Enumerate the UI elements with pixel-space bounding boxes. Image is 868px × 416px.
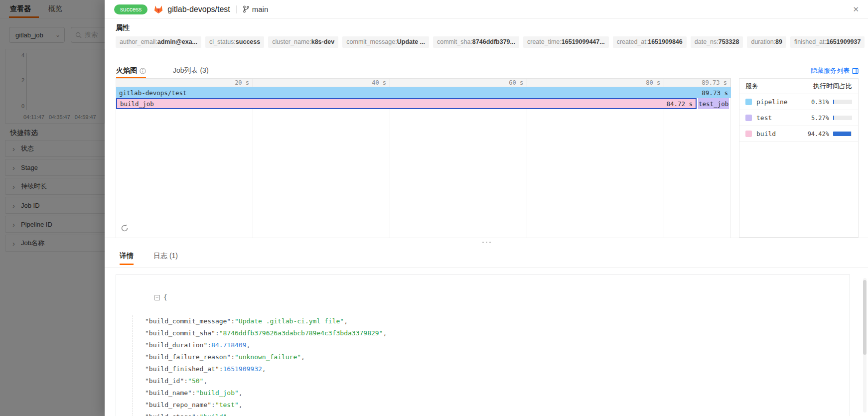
tag-key: duration: [751,38,775,45]
grid-column [527,87,664,238]
git-branch-icon [243,5,250,13]
service-ratio-group: 0.31% [811,99,852,106]
service-name: test [756,114,772,122]
trace-title: gitlab-devops/test [167,5,230,14]
json-colon: : [215,329,219,337]
tag-key: finished_at: [794,38,826,45]
json-key: "build_repo_name" [145,401,211,409]
grid-column [253,87,390,238]
service-rows: pipeline0.31%test5.27%build94.42% [739,94,858,142]
attributes-title: 属性 [116,23,130,32]
json-value: "unknown_failure" [235,353,301,361]
service-color-swatch [745,131,752,137]
tag-key: created_at: [617,38,648,45]
json-colon: : [231,317,235,325]
service-row[interactable]: test5.27% [739,110,858,126]
ratio-col-header: 执行时间占比 [813,82,852,91]
collapse-panel-icon [852,68,859,74]
json-value: "build" [200,413,227,416]
service-list-header: 服务 执行时间占比 [739,79,858,94]
span-root-duration: 89.73 s [698,89,728,97]
json-key: "build_finished_at" [145,365,219,373]
service-ratio-group: 5.27% [811,115,852,122]
attribute-tag: ci_status:success [205,36,264,48]
json-line: "build_id":"50", [145,375,843,387]
json-colon: : [219,365,223,373]
json-line: "build_duration":84.718409, [145,339,843,351]
span-root[interactable]: gitlab-devops/test 89.73 s [116,87,731,98]
trace-viewer-page: 查看器 概览 gitlab_job ⌄ 搜索 4 2 0 04:11:47 04… [0,0,868,416]
grid-column [390,87,527,238]
json-value: 1651909932 [223,365,262,373]
attribute-tag-row: author_email:admin@exa...ci_status:succe… [116,36,859,48]
flame-graph: 20 s40 s60 s80 s89.73 s gitlab-devops/te… [116,78,731,238]
scrollbar[interactable] [863,278,867,413]
json-key: "build_failure_reason" [145,353,231,361]
attribute-tag: commit_sha:8746ddfb379... [433,36,519,48]
json-value: "Update .gitlab-ci.yml file" [235,317,344,325]
tag-value: 16519099447... [562,38,605,45]
scrollbar-thumb[interactable] [863,280,867,355]
grid-column [664,87,731,238]
service-row[interactable]: pipeline0.31% [739,94,858,110]
trace-detail-drawer: success gitlab-devops/test main ✕ 属性 [105,0,868,416]
splitter-handle[interactable] [479,240,493,244]
tag-value: 1651909846 [648,38,683,45]
service-ratio: 94.42% [808,131,829,138]
tab-logs[interactable]: 日志 (1) [153,245,178,268]
tab-detail[interactable]: 详情 [120,245,134,268]
tag-value: Update ... [397,38,425,45]
axis-tick: 20 s [116,79,253,87]
json-colon: : [207,341,211,349]
json-key: "build_name" [145,389,192,397]
json-value: "build_job" [196,389,239,397]
flame-time-axis: 20 s40 s60 s80 s89.73 s [116,78,731,87]
json-line: "build_commit_sha":"8746ddfb379626a3dabc… [145,327,843,339]
tag-value: k8s-dev [311,38,335,45]
tag-value: 8746ddfb379... [472,38,515,45]
span-build_job[interactable]: build_job84.72 s [116,98,697,109]
tab-job-list[interactable]: Job列表 (3) [173,63,209,78]
tag-value: 1651909937 [826,38,861,45]
tag-key: create_time: [527,38,562,45]
tab-flame-graph[interactable]: 火焰图 [116,63,146,78]
service-ratio-group: 94.42% [808,131,852,138]
close-icon[interactable]: ✕ [853,5,859,13]
service-col-header: 服务 [745,82,758,91]
service-row[interactable]: build94.42% [739,126,858,142]
collapse-node-icon[interactable]: − [154,295,160,300]
json-comma: , [344,317,348,325]
attribute-tag: date_ns:753328 [691,36,743,48]
view-tabs: 火焰图 Job列表 (3) 隐藏服务列表 [116,63,859,78]
tag-key: commit_message: [346,38,397,45]
service-list-panel: 服务 执行时间占比 pipeline0.31%test5.27%build94.… [739,78,859,238]
hide-services-link[interactable]: 隐藏服务列表 [811,66,859,75]
json-colon: : [184,377,188,385]
json-colon: : [231,353,235,361]
tab-flame-graph-label: 火焰图 [116,66,137,75]
branch-label: main [243,5,269,13]
json-value: "8746ddfb379626a3dabcb789e4c3f3bda337982… [219,329,383,337]
json-colon: : [211,401,215,409]
json-key: "build_commit_sha" [145,329,215,337]
attribute-tag: commit_message:Update ... [342,36,429,48]
status-badge: success [114,4,147,14]
json-line: "build_repo_name":"test", [145,399,843,411]
grid-column [116,87,253,238]
json-value: "50" [188,377,203,385]
span-test_job[interactable]: test_job [698,98,729,109]
refresh-icon[interactable] [120,224,129,233]
ratio-bar-track [833,132,852,136]
ratio-bar-fill [833,116,834,120]
json-comma: , [239,389,243,397]
json-value: "test" [215,401,239,409]
attribute-tag: cluster_name:k8s-dev [268,36,338,48]
modal-dim-overlay[interactable] [0,0,105,416]
attribute-tag: create_time:16519099447... [523,36,609,48]
divider [236,5,237,13]
tab-job-list-label: Job列表 (3) [173,66,209,75]
ratio-bar-track [833,116,852,120]
json-line: "build_name":"build_job", [145,387,843,399]
span-detail-json: −{ "build_commit_message":"Update .gitla… [116,275,850,416]
branch-name: main [252,5,269,13]
